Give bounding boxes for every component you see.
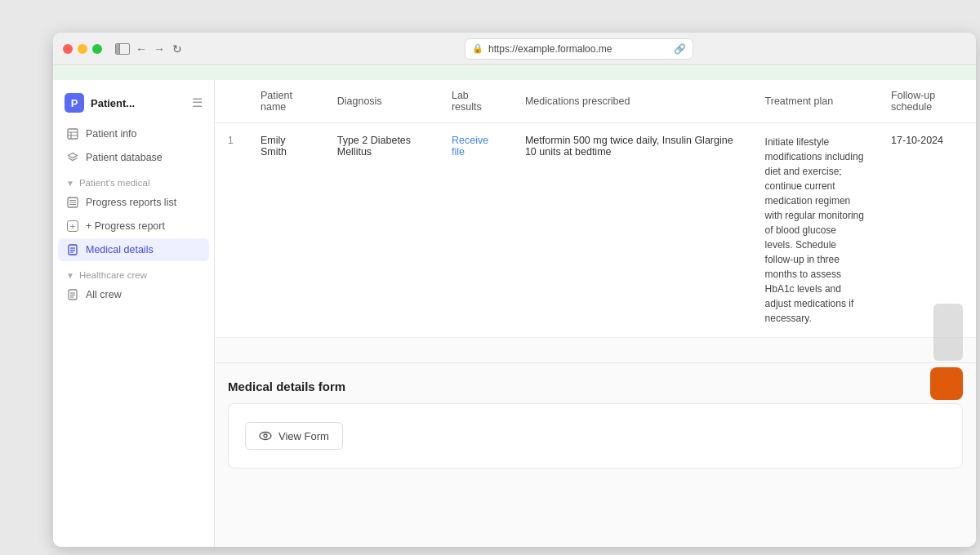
app-layout: P Patient... ☰ xyxy=(53,80,976,547)
sidebar-header: P Patient... ☰ xyxy=(53,87,214,122)
address-bar[interactable]: 🔒 https://example.formaloo.me 🔗 xyxy=(465,38,693,60)
svg-point-17 xyxy=(264,434,267,437)
row-diagnosis: Type 2 Diabetes Mellitus xyxy=(324,123,439,338)
row-lab-results[interactable]: Receive file xyxy=(439,123,512,338)
maximize-button[interactable] xyxy=(92,44,102,54)
forward-button[interactable]: → xyxy=(153,42,166,56)
section-healthcare-crew[interactable]: ▼ Healthcare crew xyxy=(58,262,209,283)
lock-icon: 🔒 xyxy=(472,43,483,54)
list-icon xyxy=(66,196,79,209)
chevron-down-icon: ▼ xyxy=(66,179,74,188)
row-medications: Metformin 500 mg twice daily, Insulin Gl… xyxy=(512,123,752,338)
sidebar-app-info: P Patient... xyxy=(65,93,135,113)
svg-point-16 xyxy=(260,433,271,440)
col-number xyxy=(215,80,247,123)
document-icon-2 xyxy=(66,288,79,301)
treatment-text: Initiate lifestyle modifications includi… xyxy=(765,135,866,326)
view-form-label: View Form xyxy=(278,430,329,442)
sidebar-item-medical-details-label: Medical details xyxy=(86,244,154,255)
address-bar-wrapper: 🔒 https://example.formaloo.me 🔗 xyxy=(192,38,966,60)
view-form-button[interactable]: View Form xyxy=(245,422,343,450)
sidebar-item-all-crew-label: All crew xyxy=(86,289,122,300)
col-treatment-plan: Treatment plan xyxy=(752,80,879,123)
form-section-title: Medical details form xyxy=(228,380,963,393)
refresh-button[interactable]: ↻ xyxy=(171,42,184,56)
add-icon: + xyxy=(66,220,79,233)
row-treatment-plan: Initiate lifestyle modifications includi… xyxy=(752,123,879,338)
floating-gray-widget xyxy=(933,304,963,361)
row-patient-name: Emily Smith xyxy=(247,123,324,338)
app-icon: P xyxy=(65,93,84,113)
green-banner xyxy=(53,65,976,80)
url-text: https://example.formaloo.me xyxy=(488,43,612,55)
close-button[interactable] xyxy=(63,44,73,54)
table-icon xyxy=(66,127,79,140)
layers-icon xyxy=(66,151,79,164)
floating-orange-button[interactable] xyxy=(930,367,963,400)
col-diagnosis: Diagnosis xyxy=(324,80,439,123)
table-row: 1 Emily Smith Type 2 Diabetes Mellitus R… xyxy=(215,123,976,338)
share-icon[interactable]: 🔗 xyxy=(674,43,686,55)
form-section: Medical details form View Form xyxy=(215,363,976,493)
col-followup: Follow-up schedule xyxy=(878,80,976,123)
sidebar-item-all-crew[interactable]: All crew xyxy=(58,283,209,306)
sidebar-toggle-button[interactable] xyxy=(115,43,130,55)
sidebar-item-add-progress-report-label: + Progress report xyxy=(86,220,165,232)
section-patients-medical[interactable]: ▼ Patient's medical xyxy=(58,170,209,191)
app-title: Patient... xyxy=(91,97,135,109)
browser-controls: ← → ↻ xyxy=(115,42,184,56)
sidebar-item-medical-details[interactable]: Medical details xyxy=(58,238,209,261)
sidebar-item-patient-info[interactable]: Patient info xyxy=(58,122,209,145)
section-healthcare-crew-label: Healthcare crew xyxy=(79,270,147,280)
floating-actions xyxy=(930,304,963,400)
sidebar-item-patient-database[interactable]: Patient database xyxy=(58,146,209,169)
back-button[interactable]: ← xyxy=(135,42,148,56)
main-content: Patient name Diagnosis Lab results Medic… xyxy=(215,80,976,547)
browser-window: ← → ↻ 🔒 https://example.formaloo.me 🔗 P … xyxy=(53,33,976,547)
form-card: View Form xyxy=(228,403,963,468)
browser-topbar: ← → ↻ 🔒 https://example.formaloo.me 🔗 xyxy=(53,33,976,65)
medical-data-table: Patient name Diagnosis Lab results Medic… xyxy=(215,80,976,338)
sidebar-item-patient-info-label: Patient info xyxy=(86,128,137,140)
sidebar-item-add-progress-report[interactable]: + + Progress report xyxy=(58,215,209,238)
section-patients-medical-label: Patient's medical xyxy=(79,178,150,188)
receive-file-link[interactable]: Receive file xyxy=(452,135,488,158)
document-icon xyxy=(66,243,79,256)
minimize-button[interactable] xyxy=(78,44,87,54)
chevron-down-icon-2: ▼ xyxy=(66,271,74,280)
col-patient-name: Patient name xyxy=(247,80,324,123)
svg-rect-0 xyxy=(68,129,78,139)
sidebar-item-patient-database-label: Patient database xyxy=(86,152,163,163)
row-number: 1 xyxy=(215,123,247,338)
sidebar: P Patient... ☰ xyxy=(53,80,215,547)
sidebar-item-progress-reports-list[interactable]: Progress reports list xyxy=(58,191,209,214)
eye-icon xyxy=(259,429,272,442)
sidebar-item-progress-reports-list-label: Progress reports list xyxy=(86,197,176,208)
sidebar-nav: Patient info Patient database ▼ Patient'… xyxy=(53,122,214,547)
sidebar-collapse-button[interactable]: ☰ xyxy=(192,95,203,110)
col-lab-results: Lab results xyxy=(439,80,512,123)
traffic-lights xyxy=(63,44,102,54)
col-medications: Medications prescribed xyxy=(512,80,752,123)
